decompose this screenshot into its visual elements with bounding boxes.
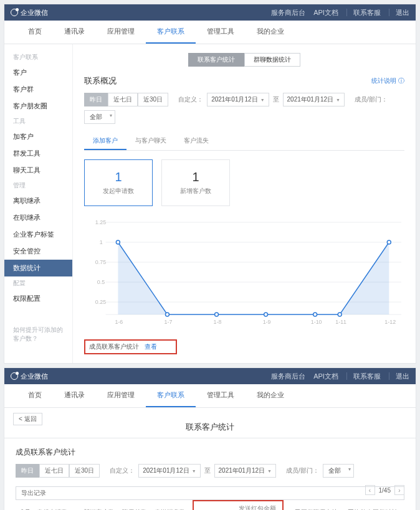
date-to[interactable]: 2021年01月12日▼ (283, 93, 345, 106)
sidebar-item-moments[interactable]: 客户朋友圈 (4, 98, 72, 115)
logo-text: 企业微信 (21, 8, 48, 17)
svg-text:0.5: 0.5 (97, 279, 105, 285)
range-7d[interactable]: 近七日 (108, 93, 138, 106)
header-links: 服务商后台 API文档 联系客服 退出 (265, 8, 409, 17)
sidebar-tip[interactable]: 如何提升可添加的客户数？ (4, 307, 72, 349)
sidebar-item-security[interactable]: 安全管控 (4, 243, 72, 260)
stats-help[interactable]: 统计说明 ⓘ (371, 77, 404, 85)
custom-label-2: 自定义： (110, 466, 135, 475)
nav-tools-2[interactable]: 管理工具 (196, 384, 246, 407)
nav-apps-2[interactable]: 应用管理 (96, 384, 146, 407)
sidebar-group-manage: 管理 (4, 179, 72, 192)
svg-text:1-6: 1-6 (115, 319, 123, 325)
range-buttons: 昨日 近七日 近30日 (84, 93, 168, 106)
nav-home-2[interactable]: 首页 (17, 384, 53, 407)
sidebar-item-onjob[interactable]: 在职继承 (4, 209, 72, 226)
link-support[interactable]: 联系客服 (346, 9, 381, 16)
link-logout-2[interactable]: 退出 (389, 372, 409, 380)
svg-point-12 (165, 313, 169, 316)
link-backend-2[interactable]: 服务商后台 (271, 372, 305, 380)
header-links-2: 服务商后台 API文档 联系客服 退出 (265, 372, 409, 381)
date-from[interactable]: 2021年01月12日▼ (207, 93, 269, 106)
date-to-2[interactable]: 2021年01月12日▼ (214, 464, 276, 478)
nav-home[interactable]: 首页 (17, 21, 53, 44)
col-redpacket-wrap: 发送红包数发送红包金额 (单位：元) (191, 499, 292, 510)
sidebar-item-customer[interactable]: 客户 (4, 64, 72, 81)
sidebar-item-stats[interactable]: 数据统计 (4, 260, 72, 276)
col-chats[interactable]: 聊天总数 (120, 499, 152, 510)
sidebar-item-perm[interactable]: 权限配置 (4, 290, 72, 307)
section-title: 联系概况 (84, 75, 117, 87)
pill-group-stats[interactable]: 群聊数据统计 (244, 53, 300, 67)
tab-loss[interactable]: 客户流失 (175, 133, 217, 150)
col-apply[interactable]: 发起申请数 ▲ (34, 499, 80, 510)
tab-add[interactable]: 添加客户 (84, 133, 126, 150)
nav-company[interactable]: 我的企业 (246, 21, 295, 44)
content-2: 成员联系客户统计 昨日 近七日 近30日 自定义： 2021年01月12日▼ 至… (4, 438, 416, 510)
sidebar-item-broadcast[interactable]: 群发工具 (4, 145, 72, 162)
main-content: 联系客户统计 群聊数据统计 联系概况 统计说明 ⓘ 昨日 近七日 近30日 自定… (73, 44, 416, 363)
sidebar-group-customer: 客户联系 (4, 50, 72, 64)
back-button[interactable]: < 返回 (13, 413, 42, 425)
col-new[interactable]: 新增客户数 (81, 499, 120, 510)
sidebar-item-resign[interactable]: 离职继承 (4, 192, 72, 209)
stat-new[interactable]: 1 新增客户数 (161, 159, 230, 206)
range-yesterday-2[interactable]: 昨日 (16, 464, 39, 478)
svg-text:1-11: 1-11 (335, 319, 346, 325)
page-next[interactable]: › (394, 485, 404, 495)
col-msgs[interactable]: 发送消息数 (152, 499, 191, 510)
col-member[interactable]: 成员 (16, 499, 34, 510)
nav-company-2[interactable]: 我的企业 (246, 384, 295, 407)
link-backend[interactable]: 服务商后台 (271, 9, 305, 16)
col-reply-rate[interactable]: 已回复聊天占比 (292, 499, 345, 510)
pill-contact-stats[interactable]: 联系客户统计 (188, 53, 244, 67)
nav-customer[interactable]: 客户联系 (146, 21, 196, 44)
pill-tabs: 联系客户统计 群聊数据统计 (84, 53, 404, 67)
svg-point-13 (215, 313, 219, 316)
sidebar-item-chat[interactable]: 聊天工具 (4, 162, 72, 179)
nav-customer-2[interactable]: 客户联系 (146, 384, 196, 407)
nav-contacts-2[interactable]: 通讯录 (53, 384, 96, 407)
top-bar: 企业微信 服务商后台 API文档 联系客服 退出 (4, 4, 416, 21)
svg-text:0.75: 0.75 (95, 259, 106, 265)
col-avg-reply[interactable]: 平均首次回复时长 (345, 499, 404, 510)
svg-point-17 (387, 240, 391, 244)
member-stats-box: 成员联系客户统计 查看 (84, 339, 177, 354)
nav-contacts[interactable]: 通讯录 (53, 21, 96, 44)
range-30d[interactable]: 近30日 (138, 93, 168, 106)
stat-apply-num: 1 (100, 170, 137, 184)
nav-tools[interactable]: 管理工具 (196, 21, 246, 44)
tab-chat[interactable]: 与客户聊天 (126, 133, 175, 150)
subtitle-2: 成员联系客户统计 (16, 447, 404, 458)
member-select-2[interactable]: 全部 (323, 464, 354, 478)
col-redpacket-amt[interactable]: 发送红包金额 (单位：元) (235, 503, 280, 510)
view-link[interactable]: 查看 (145, 343, 157, 350)
sidebar-item-add[interactable]: 加客户 (4, 128, 72, 145)
page-prev[interactable]: ‹ (365, 485, 375, 495)
sidebar-item-tags[interactable]: 企业客户标签 (4, 226, 72, 243)
chevron-down-icon: ▼ (192, 469, 196, 473)
link-api[interactable]: API文档 (313, 9, 338, 16)
logo-2: 企业微信 (11, 372, 48, 381)
range-yesterday[interactable]: 昨日 (84, 93, 108, 106)
member-stats-text: 成员联系客户统计 (89, 343, 139, 350)
main-nav-2: 首页 通讯录 应用管理 客户联系 管理工具 我的企业 (4, 384, 416, 408)
svg-text:1.25: 1.25 (95, 219, 106, 225)
link-support-2[interactable]: 联系客服 (346, 372, 381, 380)
sidebar: 客户联系 客户 客户群 客户朋友圈 工具 加客户 群发工具 聊天工具 管理 离职… (4, 44, 73, 363)
link-api-2[interactable]: API文档 (313, 372, 338, 380)
link-logout[interactable]: 退出 (389, 9, 409, 16)
range-7d-2[interactable]: 近七日 (39, 464, 69, 478)
sidebar-item-groups[interactable]: 客户群 (4, 81, 72, 98)
member-select[interactable]: 全部 (84, 110, 115, 124)
info-icon: ⓘ (398, 77, 404, 84)
sidebar-group-config: 配置 (4, 276, 72, 290)
svg-point-14 (264, 313, 268, 316)
stat-apply[interactable]: 1 发起申请数 (84, 159, 153, 206)
logo: 企业微信 (11, 8, 48, 17)
nav-apps[interactable]: 应用管理 (96, 21, 146, 44)
range-30d-2[interactable]: 近30日 (69, 464, 100, 478)
stat-new-num: 1 (177, 170, 214, 184)
date-from-2[interactable]: 2021年01月12日▼ (138, 464, 200, 478)
custom-label: 自定义： (178, 95, 203, 104)
